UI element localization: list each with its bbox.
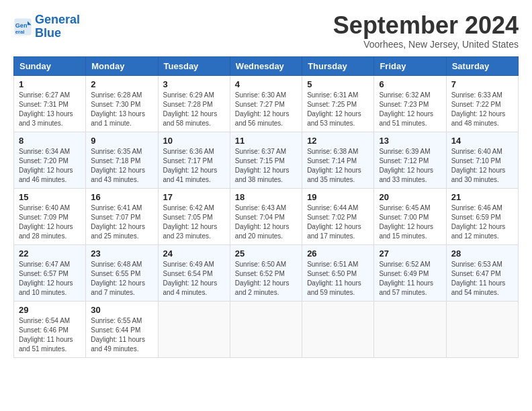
cell-content: Sunrise: 6:32 AMSunset: 7:23 PMDaylight:… (379, 91, 441, 128)
cell-content: Sunrise: 6:45 AMSunset: 7:00 PMDaylight:… (379, 203, 441, 241)
calendar-cell: 6 Sunrise: 6:32 AMSunset: 7:23 PMDayligh… (374, 76, 446, 132)
cell-content: Sunrise: 6:31 AMSunset: 7:25 PMDaylight:… (307, 91, 369, 128)
page-header: Gen eral GeneralBlue September 2024 Voor… (13, 13, 519, 50)
day-number: 22 (19, 248, 81, 259)
cell-content: Sunrise: 6:27 AMSunset: 7:31 PMDaylight:… (19, 91, 81, 128)
cell-content: Sunrise: 6:53 AMSunset: 6:47 PMDaylight:… (451, 260, 513, 298)
day-number: 26 (307, 248, 369, 259)
calendar-cell: 21 Sunrise: 6:46 AMSunset: 6:59 PMDaylig… (446, 189, 518, 245)
cell-content: Sunrise: 6:50 AMSunset: 6:52 PMDaylight:… (235, 260, 297, 298)
calendar-cell: 8 Sunrise: 6:34 AMSunset: 7:20 PMDayligh… (14, 132, 86, 189)
calendar-cell (446, 302, 518, 358)
calendar-cell (302, 302, 374, 358)
calendar-cell: 19 Sunrise: 6:44 AMSunset: 7:02 PMDaylig… (302, 189, 374, 245)
calendar-cell: 26 Sunrise: 6:51 AMSunset: 6:50 PMDaylig… (302, 245, 374, 302)
header-saturday: Saturday (446, 57, 518, 76)
svg-text:Gen: Gen (15, 22, 28, 29)
calendar-cell: 28 Sunrise: 6:53 AMSunset: 6:47 PMDaylig… (446, 245, 518, 302)
logo-icon: Gen eral (13, 17, 32, 36)
calendar-cell: 3 Sunrise: 6:29 AMSunset: 7:28 PMDayligh… (158, 76, 230, 132)
day-number: 18 (235, 192, 297, 202)
cell-content: Sunrise: 6:43 AMSunset: 7:04 PMDaylight:… (235, 203, 297, 241)
cell-content: Sunrise: 6:52 AMSunset: 6:49 PMDaylight:… (379, 260, 441, 298)
day-number: 30 (91, 305, 152, 315)
svg-text:eral: eral (15, 29, 25, 35)
cell-content: Sunrise: 6:44 AMSunset: 7:02 PMDaylight:… (307, 203, 369, 241)
calendar-cell: 11 Sunrise: 6:37 AMSunset: 7:15 PMDaylig… (230, 132, 302, 189)
calendar-cell: 2 Sunrise: 6:28 AMSunset: 7:30 PMDayligh… (86, 76, 158, 132)
header-sunday: Sunday (14, 57, 86, 76)
cell-content: Sunrise: 6:49 AMSunset: 6:54 PMDaylight:… (163, 260, 225, 298)
day-number: 11 (235, 136, 297, 146)
cell-content: Sunrise: 6:38 AMSunset: 7:14 PMDaylight:… (307, 147, 369, 185)
calendar-cell: 30 Sunrise: 6:55 AMSunset: 6:44 PMDaylig… (86, 302, 158, 358)
calendar-week-5: 29 Sunrise: 6:54 AMSunset: 6:46 PMDaylig… (14, 302, 519, 358)
location-text: Voorhees, New Jersey, United States (333, 39, 519, 50)
cell-content: Sunrise: 6:51 AMSunset: 6:50 PMDaylight:… (307, 260, 369, 298)
day-number: 17 (163, 192, 225, 202)
day-number: 24 (163, 248, 225, 259)
calendar-week-4: 22 Sunrise: 6:47 AMSunset: 6:57 PMDaylig… (14, 245, 519, 302)
header-thursday: Thursday (302, 57, 374, 76)
calendar-cell (158, 302, 230, 358)
cell-content: Sunrise: 6:39 AMSunset: 7:12 PMDaylight:… (379, 147, 441, 185)
cell-content: Sunrise: 6:35 AMSunset: 7:18 PMDaylight:… (91, 147, 152, 185)
calendar-cell: 27 Sunrise: 6:52 AMSunset: 6:49 PMDaylig… (374, 245, 446, 302)
cell-content: Sunrise: 6:55 AMSunset: 6:44 PMDaylight:… (91, 316, 152, 354)
day-number: 6 (379, 79, 441, 89)
cell-content: Sunrise: 6:47 AMSunset: 6:57 PMDaylight:… (19, 260, 81, 298)
calendar-cell: 18 Sunrise: 6:43 AMSunset: 7:04 PMDaylig… (230, 189, 302, 245)
calendar-week-3: 15 Sunrise: 6:40 AMSunset: 7:09 PMDaylig… (14, 189, 519, 245)
day-number: 25 (235, 248, 297, 259)
calendar-cell: 4 Sunrise: 6:30 AMSunset: 7:27 PMDayligh… (230, 76, 302, 132)
day-number: 12 (307, 136, 369, 146)
calendar-cell: 14 Sunrise: 6:40 AMSunset: 7:10 PMDaylig… (446, 132, 518, 189)
day-number: 7 (451, 79, 513, 89)
month-title: September 2024 (333, 13, 519, 38)
header-tuesday: Tuesday (158, 57, 230, 76)
header-monday: Monday (86, 57, 158, 76)
calendar-cell: 1 Sunrise: 6:27 AMSunset: 7:31 PMDayligh… (14, 76, 86, 132)
logo: Gen eral GeneralBlue (13, 13, 80, 40)
calendar-cell: 7 Sunrise: 6:33 AMSunset: 7:22 PMDayligh… (446, 76, 518, 132)
calendar-cell: 17 Sunrise: 6:42 AMSunset: 7:05 PMDaylig… (158, 189, 230, 245)
calendar-cell: 23 Sunrise: 6:48 AMSunset: 6:55 PMDaylig… (86, 245, 158, 302)
calendar-cell (374, 302, 446, 358)
day-number: 27 (379, 248, 441, 259)
day-number: 20 (379, 192, 441, 202)
cell-content: Sunrise: 6:48 AMSunset: 6:55 PMDaylight:… (91, 260, 152, 298)
logo-text: GeneralBlue (35, 13, 80, 40)
day-number: 16 (91, 192, 152, 202)
calendar-cell: 15 Sunrise: 6:40 AMSunset: 7:09 PMDaylig… (14, 189, 86, 245)
cell-content: Sunrise: 6:41 AMSunset: 7:07 PMDaylight:… (91, 203, 152, 241)
cell-content: Sunrise: 6:54 AMSunset: 6:46 PMDaylight:… (19, 316, 81, 354)
day-number: 15 (19, 192, 81, 202)
cell-content: Sunrise: 6:40 AMSunset: 7:10 PMDaylight:… (451, 147, 513, 185)
calendar-cell (230, 302, 302, 358)
cell-content: Sunrise: 6:33 AMSunset: 7:22 PMDaylight:… (451, 91, 513, 128)
day-number: 21 (451, 192, 513, 202)
day-number: 13 (379, 136, 441, 146)
calendar-cell: 25 Sunrise: 6:50 AMSunset: 6:52 PMDaylig… (230, 245, 302, 302)
cell-content: Sunrise: 6:28 AMSunset: 7:30 PMDaylight:… (91, 91, 152, 128)
cell-content: Sunrise: 6:40 AMSunset: 7:09 PMDaylight:… (19, 203, 81, 241)
header-wednesday: Wednesday (230, 57, 302, 76)
day-number: 4 (235, 79, 297, 89)
calendar-cell: 12 Sunrise: 6:38 AMSunset: 7:14 PMDaylig… (302, 132, 374, 189)
day-number: 29 (19, 305, 81, 315)
day-number: 1 (19, 79, 81, 89)
day-number: 8 (19, 136, 81, 146)
header-friday: Friday (374, 57, 446, 76)
day-number: 14 (451, 136, 513, 146)
cell-content: Sunrise: 6:29 AMSunset: 7:28 PMDaylight:… (163, 91, 225, 128)
cell-content: Sunrise: 6:46 AMSunset: 6:59 PMDaylight:… (451, 203, 513, 241)
calendar-table: SundayMondayTuesdayWednesdayThursdayFrid… (13, 56, 519, 358)
day-number: 28 (451, 248, 513, 259)
calendar-week-2: 8 Sunrise: 6:34 AMSunset: 7:20 PMDayligh… (14, 132, 519, 189)
calendar-cell: 24 Sunrise: 6:49 AMSunset: 6:54 PMDaylig… (158, 245, 230, 302)
calendar-cell: 29 Sunrise: 6:54 AMSunset: 6:46 PMDaylig… (14, 302, 86, 358)
day-number: 10 (163, 136, 225, 146)
calendar-cell: 20 Sunrise: 6:45 AMSunset: 7:00 PMDaylig… (374, 189, 446, 245)
calendar-cell: 22 Sunrise: 6:47 AMSunset: 6:57 PMDaylig… (14, 245, 86, 302)
day-number: 2 (91, 79, 152, 89)
